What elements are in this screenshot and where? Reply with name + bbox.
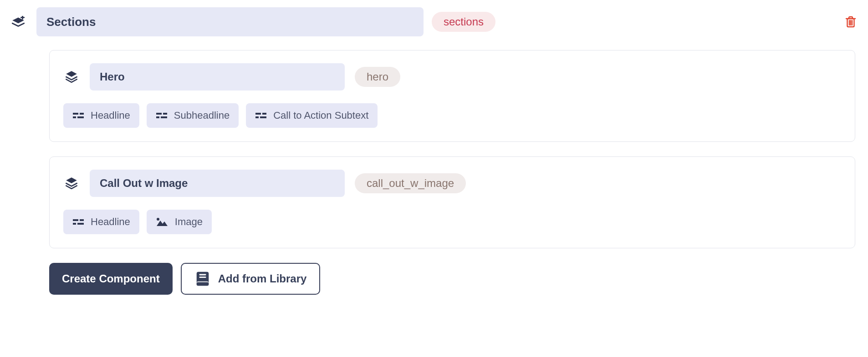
button-label: Add from Library — [218, 272, 307, 285]
component-card: hero Headline Subheadline — [49, 50, 855, 142]
image-field-icon — [156, 217, 168, 227]
field-chip[interactable]: Subheadline — [147, 103, 239, 128]
layers-plus-icon — [8, 16, 28, 28]
field-label: Headline — [91, 110, 130, 121]
section-editor: sections hero Headli — [0, 0, 868, 313]
components-column: hero Headline Subheadline — [49, 50, 855, 295]
field-label: Call to Action Subtext — [273, 110, 368, 121]
component-slug-pill: call_out_w_image — [355, 173, 466, 193]
text-field-icon — [156, 111, 168, 120]
text-field-icon — [255, 111, 267, 120]
field-chip[interactable]: Call to Action Subtext — [246, 103, 378, 128]
layers-icon — [63, 176, 80, 190]
book-icon — [194, 270, 211, 287]
component-slug-pill: hero — [355, 67, 400, 87]
section-slug-pill: sections — [432, 12, 495, 32]
text-field-icon — [72, 218, 84, 226]
create-component-button[interactable]: Create Component — [49, 263, 173, 295]
section-name-input[interactable] — [36, 7, 424, 36]
text-field-icon — [72, 111, 84, 120]
component-name-input[interactable] — [90, 170, 345, 197]
action-buttons-row: Create Component Add from Library — [49, 263, 855, 295]
component-name-input[interactable] — [90, 63, 345, 91]
field-label: Subheadline — [174, 110, 230, 121]
component-header: call_out_w_image — [63, 170, 841, 197]
field-chip[interactable]: Image — [147, 210, 212, 234]
delete-section-button[interactable] — [842, 13, 860, 31]
field-label: Headline — [91, 216, 130, 228]
field-label: Image — [175, 216, 203, 228]
button-label: Create Component — [62, 272, 160, 285]
field-chip[interactable]: Headline — [63, 210, 139, 234]
section-header-row: sections — [8, 7, 860, 36]
component-fields: Headline Subheadline Call to Action Subt… — [63, 103, 841, 128]
layers-icon — [63, 70, 80, 84]
component-header: hero — [63, 63, 841, 91]
add-from-library-button[interactable]: Add from Library — [181, 263, 321, 295]
component-fields: Headline Image — [63, 210, 841, 234]
field-chip[interactable]: Headline — [63, 103, 139, 128]
trash-icon — [844, 15, 857, 29]
component-card: call_out_w_image Headline Image — [49, 156, 855, 248]
